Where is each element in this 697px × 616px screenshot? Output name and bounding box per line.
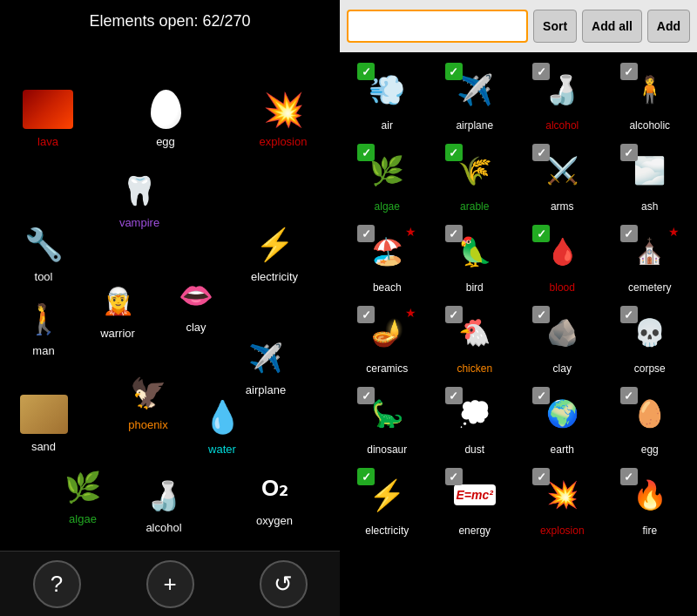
arms-checkbox[interactable] (532, 144, 550, 161)
element-warrior-label: warrior (100, 327, 135, 340)
element-sand-label: sand (31, 440, 56, 453)
clay-checkbox[interactable] (532, 306, 550, 323)
element-egg[interactable]: egg (131, 85, 200, 148)
ash-label: ash (641, 200, 658, 213)
list-item-clay[interactable]: 🪨 clay (520, 301, 605, 378)
blood-checkbox[interactable] (532, 225, 550, 242)
list-item-airplane[interactable]: ✈️ airplane (433, 58, 518, 135)
add-all-button[interactable]: Add all (582, 10, 642, 43)
bird-checkbox[interactable] (445, 225, 463, 242)
earth-checkbox[interactable] (532, 387, 550, 404)
element-electricity[interactable]: ⚡ electricity (240, 220, 309, 283)
list-item-dinosaur[interactable]: 🦕 dinosaur (345, 382, 430, 459)
element-vampire-label: vampire (119, 216, 159, 229)
element-explosion[interactable]: 💥 explosion (248, 85, 318, 148)
cemetery-checkbox[interactable] (620, 225, 638, 242)
egg-checkbox[interactable] (620, 387, 638, 404)
cemetery-star: ★ (668, 225, 680, 239)
right-header: Sort Add all Add (340, 0, 697, 52)
element-oxygen[interactable]: O₂ oxygen (240, 464, 309, 527)
dust-checkbox[interactable] (445, 387, 463, 404)
chicken-checkbox[interactable] (445, 306, 463, 323)
list-item-ash[interactable]: 🌫️ ash (608, 139, 693, 216)
list-item-arms[interactable]: ⚔️ arms (520, 139, 605, 216)
air-label: air (382, 119, 393, 132)
element-algae[interactable]: 🌿 algae (48, 463, 118, 525)
search-bar[interactable] (347, 10, 528, 43)
ceramics-checkbox[interactable] (357, 306, 375, 323)
list-item-egg[interactable]: 🥚 egg (608, 382, 693, 459)
list-item-corpse[interactable]: 💀 corpse (608, 301, 693, 378)
explosion-checkbox[interactable] (532, 468, 550, 485)
element-phoenix[interactable]: 🦅 phoenix (113, 369, 183, 431)
element-warrior[interactable]: 🧝 warrior (83, 277, 152, 340)
undo-button[interactable]: ↺ (260, 560, 308, 608)
element-lava[interactable]: lava (13, 85, 83, 148)
cemetery-label: cemetery (628, 281, 671, 294)
element-airplane[interactable]: ✈️ airplane (231, 334, 301, 396)
list-item-beach[interactable]: ★ 🏖️ beach (345, 220, 430, 297)
add-button-right[interactable]: Add (647, 10, 690, 43)
beach-label: beach (373, 281, 402, 294)
list-item-chicken[interactable]: 🐔 chicken (433, 301, 518, 378)
fire-label: fire (642, 525, 657, 537)
blood-label: blood (550, 281, 575, 294)
alcohol-checkbox[interactable] (532, 63, 550, 80)
corpse-checkbox[interactable] (620, 306, 638, 323)
arms-label: arms (551, 200, 574, 213)
list-item-electricity[interactable]: ⚡ electricity (345, 463, 430, 540)
list-item-arable[interactable]: 🌾 arable (433, 139, 518, 216)
element-phoenix-label: phoenix (128, 418, 168, 431)
airplane-checkbox[interactable] (445, 63, 463, 80)
arable-checkbox[interactable] (445, 144, 463, 161)
element-tool[interactable]: 🔧 tool (9, 220, 78, 283)
ceramics-star: ★ (405, 306, 416, 320)
list-item-earth[interactable]: 🌍 earth (520, 382, 605, 459)
ceramics-label: ceramics (366, 362, 408, 375)
list-item-ceramics[interactable]: ★ 🪔 ceramics (345, 301, 430, 378)
list-item-energy[interactable]: E=mc² energy (433, 463, 518, 540)
list-item-dust[interactable]: 💭 dust (433, 382, 518, 459)
element-explosion-label: explosion (260, 135, 308, 148)
list-item-air[interactable]: 💨 air (345, 58, 430, 135)
energy-checkbox[interactable] (445, 468, 463, 485)
list-item-algae[interactable]: 🌿 algae (345, 139, 430, 216)
list-item-blood[interactable]: 🩸 blood (520, 220, 605, 297)
list-item-fire[interactable]: 🔥 fire (608, 463, 693, 540)
electricity-label: electricity (365, 525, 409, 537)
explosion-label: explosion (540, 525, 585, 537)
corpse-label: corpse (634, 362, 666, 375)
element-man-label: man (32, 344, 54, 357)
air-checkbox[interactable] (357, 63, 375, 80)
list-item-explosion[interactable]: 💥 explosion (520, 463, 605, 540)
alcoholic-checkbox[interactable] (620, 63, 638, 80)
list-item-alcoholic[interactable]: 🧍 alcoholic (608, 58, 693, 135)
element-man[interactable]: 🚶 man (9, 294, 78, 357)
dinosaur-checkbox[interactable] (357, 387, 375, 404)
list-item-bird[interactable]: 🦜 bird (433, 220, 518, 297)
element-lava-label: lava (37, 135, 58, 148)
arable-label: arable (460, 200, 489, 213)
sort-button[interactable]: Sort (533, 10, 577, 43)
electricity-checkbox[interactable] (357, 468, 375, 485)
element-clay[interactable]: 👄 clay (161, 271, 231, 334)
element-water[interactable]: 💧 water (187, 393, 257, 456)
add-button[interactable]: + (146, 560, 194, 608)
list-item-alcohol[interactable]: 🍶 alcohol (520, 58, 605, 135)
ash-checkbox[interactable] (620, 144, 638, 161)
element-alcohol[interactable]: 🍶 alcohol (129, 471, 199, 534)
algae-checkbox[interactable] (357, 144, 375, 161)
algae-label: algae (375, 200, 400, 213)
elements-header: Elements open: 62/270 (0, 0, 340, 37)
airplane-label: airplane (456, 119, 493, 132)
list-item-cemetery[interactable]: ★ ⛪ cemetery (608, 220, 693, 297)
element-sand[interactable]: sand (9, 390, 78, 453)
clay-label: clay (553, 362, 572, 375)
dust-label: dust (464, 443, 484, 456)
help-button[interactable]: ? (33, 560, 81, 608)
element-vampire[interactable]: 🦷 vampire (105, 166, 174, 229)
element-alcohol-label: alcohol (145, 521, 181, 534)
beach-checkbox[interactable] (357, 225, 375, 242)
alcohol-label: alcohol (545, 119, 579, 132)
fire-checkbox[interactable] (620, 468, 638, 485)
